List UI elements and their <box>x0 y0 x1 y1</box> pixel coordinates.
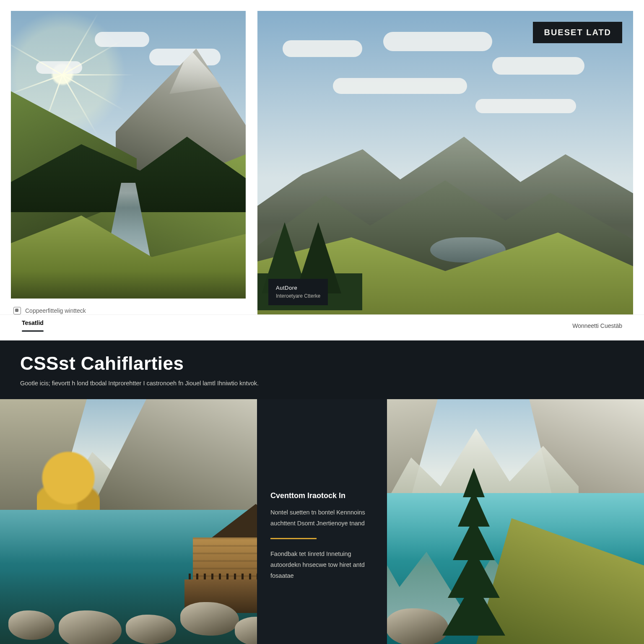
hero-image-mountain-range: AutDore Interoetyare Ctterke BUESET LATD <box>257 11 633 314</box>
overlay-caption-line1: AutDore <box>276 284 320 292</box>
info-panel-text-2: Faondbak tet Iinretd Innetuing autoordek… <box>270 548 374 581</box>
overlay-caption-line2: Interoetyare Ctterke <box>276 292 320 300</box>
page-title: CSSst Cahiflarties <box>20 353 259 374</box>
info-panel-heading: Cventtom Iraotock In <box>270 491 374 500</box>
brand-badge: BUESET LATD <box>533 22 622 43</box>
tab-right[interactable]: Wonneetti Cuestäb <box>572 322 622 333</box>
page-subtitle: Gootle icis; fievortt h lond tbodal Intp… <box>20 380 259 387</box>
image-caption-overlay: AutDore Interoetyare Ctterke <box>268 279 328 305</box>
hero-image-valley-stream <box>11 11 246 299</box>
info-panel: Cventtom Iraotock In Nontel suetten tn b… <box>257 399 387 644</box>
info-panel-text-1: Nontel suetten tn bontel Kennnoins aucht… <box>270 507 374 529</box>
tab-left[interactable]: Tesatlid <box>22 319 44 336</box>
image-icon <box>13 307 21 314</box>
tab-bar: Tesatlid Wonneetti Cuestäb <box>0 314 644 340</box>
divider-accent <box>270 538 317 539</box>
image-caption-left: Coppeerfittelig wintteck <box>25 307 86 314</box>
